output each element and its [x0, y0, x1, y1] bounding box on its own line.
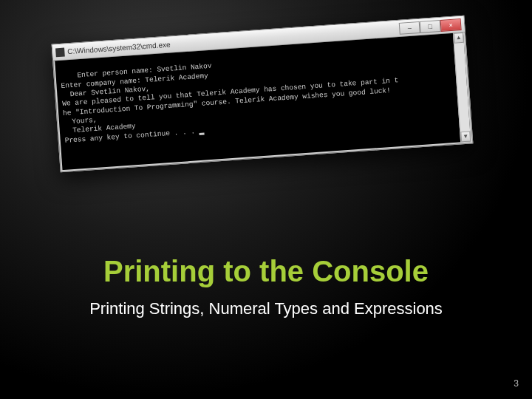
- cmd-icon: [55, 47, 65, 57]
- maximize-button[interactable]: □: [420, 19, 441, 33]
- scroll-down-button[interactable]: ▼: [460, 132, 471, 143]
- minimize-button[interactable]: –: [399, 21, 420, 34]
- slide-subtitle: Printing Strings, Numeral Types and Expr…: [0, 299, 532, 318]
- slide-title: Printing to the Console: [0, 255, 532, 288]
- scroll-up-button[interactable]: ▲: [454, 33, 464, 44]
- close-button[interactable]: ×: [440, 18, 462, 32]
- window-controls: – □ ×: [399, 18, 462, 35]
- cursor-icon: [200, 133, 205, 135]
- scroll-track[interactable]: [454, 43, 470, 132]
- page-number: 3: [514, 378, 519, 389]
- vertical-scrollbar[interactable]: ▲ ▼: [453, 33, 471, 143]
- console-window: C:\Windows\system32\cmd.exe – □ × Enter …: [52, 16, 474, 173]
